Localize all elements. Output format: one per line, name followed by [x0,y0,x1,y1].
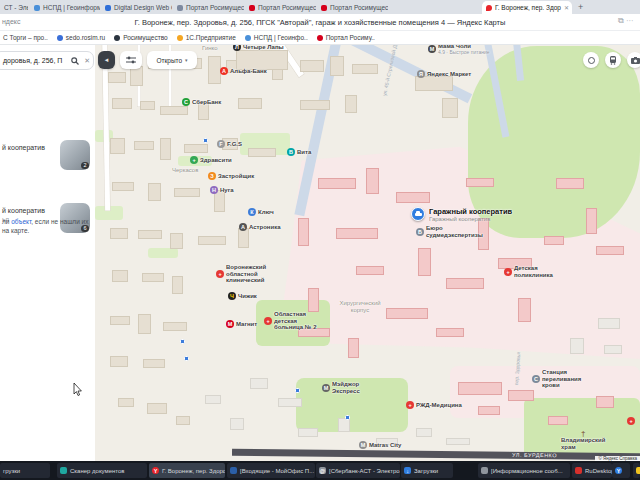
search-icon[interactable] [71,57,79,65]
browser-tab[interactable]: Digital Design Web Client [101,1,172,14]
map-poi-label[interactable]: ККлюч [248,208,274,216]
bookmark-item[interactable]: Портал Росиму.. [317,34,375,41]
taskbar-app-icon [230,467,237,474]
poi-label-line: Вита [297,149,311,156]
search-clear-icon[interactable]: ✕ [84,57,90,65]
bus-stop-icon[interactable] [184,356,189,361]
result-photo-thumbnail[interactable]: 2 [60,140,90,170]
bookmark-item[interactable]: Росимущество [114,34,167,41]
bookmark-item[interactable]: НСПД | Геоинфо.. [245,34,308,41]
sidebar-collapse-button[interactable]: ◂ [98,51,115,69]
map-poi-label[interactable]: +РЖД-Медицина [406,401,462,409]
map-poi-label[interactable]: ММама Чоли4.9 · Быстрое питание [428,45,490,55]
tab-label: Digital Design Web Client [114,4,172,11]
bus-stop-icon[interactable] [203,138,208,143]
bookmark-favicon [57,35,63,41]
poi-icon: В [287,148,295,156]
taskbar-item[interactable]: [Информационное сооб... [478,463,570,478]
map-building [147,403,167,414]
map-building [142,273,164,282]
map-building [548,416,568,425]
bookmark-item[interactable]: 1С.Предприятие [177,34,236,41]
add-object-link[interactable]: объект [11,218,31,225]
map-poi-label[interactable]: ААльфа-Банк [220,67,267,75]
map-poi-label[interactable]: + [627,417,637,425]
bus-stop-icon[interactable] [345,415,350,420]
map-building [446,438,470,445]
taskbar-item[interactable]: RuDesktop [572,463,612,478]
map-building [604,345,622,354]
new-tab-button[interactable]: + [578,2,583,12]
map-canvas[interactable]: ул. 45-й Стрелковой Дивизиипер. Здоровья… [95,45,640,461]
taskbar-item[interactable]: [Входящие - МойОфис П... [227,463,315,478]
close-icon[interactable]: ✕ [564,4,569,11]
map-poi-label[interactable]: ММагнит [226,320,257,328]
map-poi-label[interactable]: ААстроника [239,223,281,231]
browser-tab[interactable]: Портал Росимущества [317,1,388,14]
poi-icon: Н [210,186,218,194]
map-poi-label[interactable]: +Областнаядетскаябольница № 2 [264,311,317,331]
bookmark-item[interactable]: С Торги – про.. [3,34,48,41]
selected-poi-garage-cooperative[interactable]: Гаражный кооперативГаражный кооператив [411,207,512,222]
map-building [330,56,344,76]
map-poi-label[interactable]: ББюросудмедэкспертизы [416,225,483,238]
filters-button[interactable] [120,51,142,69]
map-poi-label[interactable]: MMatras City [359,441,401,449]
map-poi-label[interactable]: ЛЧетыре Лапы [233,45,284,51]
map-building [184,144,208,153]
browser-tab[interactable]: Портал Росимущества [245,1,316,14]
bookmark-item[interactable]: sedo.rosim.ru [57,34,105,41]
map-building [466,178,494,187]
map-building [248,148,276,157]
browser-tab[interactable]: СТ - Электро [0,1,28,14]
poi-label-line: Детская [514,265,553,272]
map-poi-label[interactable]: ВВита [287,148,311,156]
map-poi-label[interactable]: +Здравсити [190,156,232,164]
bookmark-favicon [245,35,251,41]
taskbar-item[interactable]: грузки [0,463,50,478]
map-poi-label[interactable]: Черкасов [172,167,198,174]
map-poi-label[interactable]: +Детскаяполиклиника [504,265,553,278]
os-taskbar: грузкиСканер документовYГ. Воронеж, пер.… [0,461,640,480]
map-building [345,95,357,113]
search-result-item[interactable]: й кооператив2 [0,140,95,176]
browser-tab[interactable]: НСПД | Геоинформацион [30,1,100,14]
map-poi-label[interactable]: ММэйджорЭкспресс [322,381,360,394]
poi-icon: Б [416,228,424,236]
taskbar-item[interactable]: Сканер документов [57,463,147,478]
map-layers-button[interactable] [583,52,599,68]
map-poi-label[interactable]: ЧЧижик [228,292,257,300]
taskbar-app-icon: Y [615,467,622,474]
taskbar-item[interactable]: YГ. Воронеж, пер. Здоровь... [149,463,225,478]
taskbar-item[interactable]: @[Сбербанк-АСТ - Электро... [316,463,400,478]
bookmark-favicon [114,35,120,41]
map-poi-label[interactable]: ССтанцияпереливаниякрови [532,369,581,389]
map-poi-label[interactable]: ЗЗастройщик [208,172,254,180]
map-poi-label[interactable]: Хирургическийкорпус [328,300,392,313]
bookmark-label: НСПД | Геоинфо.. [254,34,308,41]
transport-button[interactable] [605,52,621,68]
poi-icon: С [532,375,540,383]
map-poi-label[interactable]: †Владимирскийхрам [561,429,606,450]
browser-tab[interactable]: Г. Воронеж, пер. Здор✕ [482,1,572,14]
map-poi-label[interactable]: ЯЯндекс Маркет [417,70,471,78]
bus-stop-icon[interactable] [295,388,300,393]
map-poi-label[interactable]: ССберБанк [182,98,221,106]
map-poi-label[interactable]: Гинко [202,45,218,52]
bus-stop-icon[interactable] [180,339,185,344]
taskbar-item[interactable] [633,463,640,478]
taskbar-item[interactable]: ↓Загрузки [401,463,453,478]
browser-tab[interactable]: Портал Росимущества [173,1,244,14]
window-control-icons[interactable]: ⧉ ⋯ [618,16,634,26]
map-poi-label[interactable]: +Воронежскийобластнойклинический [216,264,266,284]
taskbar-item[interactable]: Y [612,463,630,478]
map-building [396,192,430,203]
map-poi-label[interactable]: ННуга [210,186,234,194]
taskbar-app-icon [575,467,582,474]
bookmark-label: 1С.Предприятие [186,34,236,41]
map-poi-label[interactable]: FF.G.S [217,140,242,148]
pin-tab-icon [486,5,492,11]
open-now-filter-button[interactable]: Открыто ▾ [147,51,197,69]
search-input[interactable]: доровья, д. 256, П ✕ [0,51,94,70]
panoramas-button[interactable] [627,52,640,68]
